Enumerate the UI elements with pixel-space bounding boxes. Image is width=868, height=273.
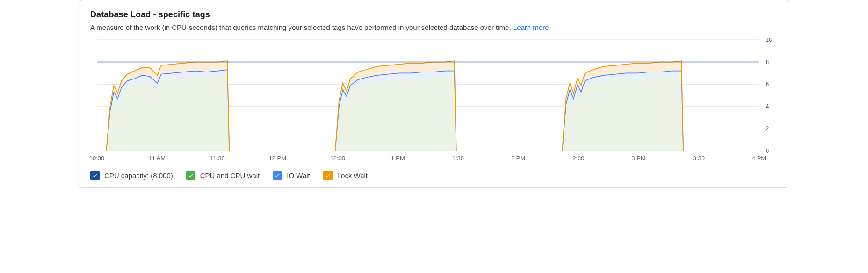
legend-label: CPU capacity: (8.000): [104, 172, 173, 180]
legend-item-cpu-capacity[interactable]: CPU capacity: (8.000): [90, 171, 173, 180]
database-load-card: Database Load - specific tags A measure …: [79, 0, 789, 188]
legend-item-lock-wait[interactable]: Lock Wait: [323, 171, 368, 180]
svg-text:4 PM: 4 PM: [752, 155, 766, 162]
checkbox-icon: [323, 171, 333, 180]
svg-text:1 PM: 1 PM: [391, 155, 405, 162]
svg-text:2:30: 2:30: [572, 155, 584, 162]
svg-text:12:30: 12:30: [330, 155, 346, 162]
chart-area: 024681010:3011 AM11:3012 PM12:301 PM1:30…: [90, 38, 778, 164]
card-title: Database Load - specific tags: [90, 10, 778, 20]
checkbox-icon: [273, 171, 282, 180]
svg-text:8: 8: [766, 58, 769, 65]
svg-text:3 PM: 3 PM: [631, 155, 645, 162]
checkbox-icon: [186, 171, 195, 180]
learn-more-link[interactable]: Learn more: [513, 23, 549, 32]
svg-text:1:30: 1:30: [452, 155, 464, 162]
svg-text:12 PM: 12 PM: [268, 155, 286, 162]
load-chart: 024681010:3011 AM11:3012 PM12:301 PM1:30…: [90, 38, 778, 164]
legend-item-cpu-wait[interactable]: CPU and CPU wait: [186, 171, 260, 180]
chart-legend: CPU capacity: (8.000) CPU and CPU wait I…: [90, 171, 778, 180]
svg-text:3:30: 3:30: [693, 155, 705, 162]
svg-text:11:30: 11:30: [210, 155, 225, 162]
legend-item-io-wait[interactable]: IO Wait: [273, 171, 310, 180]
svg-text:11 AM: 11 AM: [148, 155, 166, 162]
svg-text:4: 4: [766, 103, 769, 110]
svg-text:2: 2: [766, 125, 769, 132]
legend-label: IO Wait: [287, 172, 310, 180]
subtitle-text: A measure of the work (in CPU-seconds) t…: [90, 23, 513, 31]
svg-text:0: 0: [766, 147, 769, 154]
legend-label: CPU and CPU wait: [200, 172, 260, 180]
legend-label: Lock Wait: [337, 172, 368, 180]
svg-text:2 PM: 2 PM: [511, 155, 525, 162]
svg-text:6: 6: [766, 80, 769, 87]
svg-text:10:30: 10:30: [90, 155, 104, 162]
svg-text:10: 10: [766, 38, 772, 43]
checkbox-icon: [90, 171, 100, 180]
card-subtitle: A measure of the work (in CPU-seconds) t…: [90, 23, 778, 31]
